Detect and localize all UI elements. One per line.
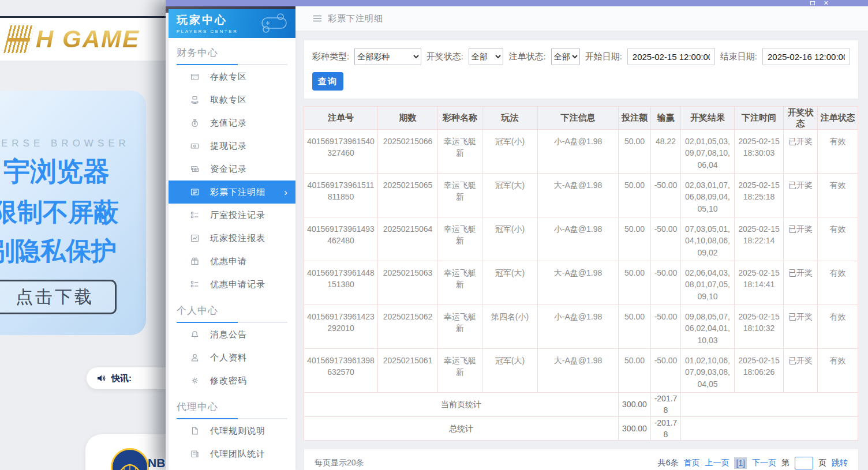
team-logo-icon bbox=[111, 448, 149, 470]
order-status-select[interactable]: 全部 bbox=[551, 48, 580, 65]
table-row: 40156917396149346248020250215064幸运飞艇新冠军(… bbox=[304, 217, 858, 261]
table-row: 40156917396142329201020250215062幸运飞艇新第四名… bbox=[304, 305, 858, 349]
table-cell: 20250215061 bbox=[378, 349, 438, 393]
lottery-type-select[interactable]: 全部彩种 bbox=[354, 48, 421, 65]
download-button[interactable]: 点击下载 bbox=[0, 280, 117, 314]
current-page: [1] bbox=[734, 457, 747, 469]
sidebar-item-代理规则说明[interactable]: 代理规则说明 bbox=[169, 419, 295, 442]
summary-win-loss: -201.78 bbox=[651, 393, 681, 417]
order-status-label: 注单状态: bbox=[508, 51, 545, 62]
column-header: 开奖结果 bbox=[681, 107, 735, 130]
table-cell: 02,03,01,07,06,08,09,04,05,10 bbox=[681, 174, 735, 217]
list-check-icon bbox=[189, 280, 200, 289]
sidebar-item-修改密码[interactable]: 修改密码 bbox=[169, 369, 295, 392]
sidebar-item-彩票下注明细[interactable]: 彩票下注明细› bbox=[169, 181, 295, 204]
table-cell: 2025-02-15 18:30:03 bbox=[735, 130, 784, 174]
table-cell: 已开奖 bbox=[784, 349, 818, 393]
deposit-card-icon bbox=[189, 72, 200, 81]
table-cell: 401569173961511811850 bbox=[304, 174, 378, 217]
banner-line2: 限制不屏蔽 bbox=[0, 195, 146, 230]
table-cell: -50.00 bbox=[651, 261, 681, 305]
list-icon bbox=[189, 187, 200, 197]
column-header: 下注时间 bbox=[735, 107, 784, 130]
draw-status-select[interactable]: 全部 bbox=[469, 48, 504, 65]
prev-page-link[interactable]: 上一页 bbox=[705, 458, 729, 468]
sidebar-item-个人资料[interactable]: 个人资料 bbox=[169, 346, 295, 369]
table-cell: 401569173961493462480 bbox=[304, 217, 378, 261]
start-date-input[interactable] bbox=[627, 48, 715, 65]
sidebar-item-取款专区[interactable]: 取款专区 bbox=[169, 88, 295, 111]
table-cell: 2025-02-15 18:22:14 bbox=[735, 217, 784, 261]
sidebar-item-label: 提现记录 bbox=[210, 141, 247, 152]
column-header: 开奖状态 bbox=[784, 107, 818, 130]
sidebar-header: 玩家中心 PLAYERS CENTER bbox=[169, 9, 295, 38]
table-cell: 50.00 bbox=[619, 349, 651, 393]
close-icon[interactable]: ✕ bbox=[824, 0, 829, 6]
table-cell: 2025-02-15 18:14:41 bbox=[735, 261, 784, 305]
column-header: 投注额 bbox=[619, 107, 651, 130]
table-cell: 401569173961398632570 bbox=[304, 349, 378, 393]
report-chart-icon bbox=[189, 234, 200, 243]
next-page-link[interactable]: 下一页 bbox=[752, 458, 776, 468]
sidebar-item-玩家投注报表[interactable]: 玩家投注报表 bbox=[169, 227, 295, 250]
table-header-row: 注单号期数彩种名称玩法下注信息投注额输赢开奖结果下注时间开奖状态注单状态 bbox=[304, 107, 858, 130]
table-row: 40156917396151181185020250215065幸运飞艇新冠军(… bbox=[304, 174, 858, 217]
sidebar-item-存款专区[interactable]: 存款专区 bbox=[169, 65, 295, 88]
table-cell: 有效 bbox=[818, 305, 858, 349]
sidebar-item-消息公告[interactable]: 消息公告 bbox=[169, 323, 295, 346]
column-header: 下注信息 bbox=[538, 107, 619, 130]
sidebar-item-label: 优惠申请记录 bbox=[210, 279, 265, 290]
first-page-link[interactable]: 首页 bbox=[683, 458, 699, 468]
table-cell: 幸运飞艇新 bbox=[438, 174, 482, 217]
column-header: 玩法 bbox=[482, 107, 538, 130]
sidebar-item-资金记录[interactable]: 资金记录 bbox=[169, 157, 295, 181]
main-area: 彩票下注明细 彩种类型: 全部彩种 开奖状态: 全部 注单状态: 全部 开始日期… bbox=[295, 6, 868, 470]
table-cell: 401569173961540327460 bbox=[304, 130, 378, 174]
query-button[interactable]: 查询 bbox=[312, 72, 343, 91]
promo-banner: ERSE BROWSER 宇浏览器 限制不屏蔽 别隐私保护 点击下载 bbox=[0, 91, 146, 335]
withdraw-hand-icon bbox=[189, 95, 200, 104]
sidebar-item-提现记录[interactable]: 提现记录 bbox=[169, 134, 295, 157]
sidebar-item-厅室投注记录[interactable]: 厅室投注记录 bbox=[169, 204, 295, 227]
banknote-icon bbox=[189, 141, 200, 151]
sidebar-item-充值记录[interactable]: 充值记录 bbox=[169, 111, 295, 134]
page-number-input[interactable] bbox=[795, 457, 813, 469]
table-cell: 幸运飞艇新 bbox=[438, 305, 482, 349]
news-icon bbox=[189, 449, 200, 458]
table-cell: 02,06,04,03,08,01,07,05,09,10 bbox=[681, 261, 735, 305]
table-cell: 2025-02-15 18:25:18 bbox=[735, 174, 784, 217]
sidebar-section-label: 代理中心 bbox=[169, 392, 295, 413]
summary-label: 总统计 bbox=[304, 416, 619, 441]
table-cell: 50.00 bbox=[619, 261, 651, 305]
table-cell: 冠军(大) bbox=[482, 349, 538, 393]
menu-toggle-icon[interactable] bbox=[313, 14, 322, 22]
start-date-label: 开始日期: bbox=[585, 51, 622, 62]
table-cell: 20250215066 bbox=[378, 130, 438, 174]
column-header: 输赢 bbox=[651, 107, 681, 130]
sidebar-item-代理团队统计[interactable]: 代理团队统计 bbox=[169, 442, 295, 465]
table-cell: 大-A盘@1.98 bbox=[538, 261, 619, 305]
table-cell: 2025-02-15 18:06:26 bbox=[735, 349, 784, 393]
sidebar-section-label: 个人中心 bbox=[169, 296, 295, 317]
table-cell: 有效 bbox=[818, 261, 858, 305]
column-header: 注单状态 bbox=[818, 107, 858, 130]
sidebar-item-label: 资金记录 bbox=[210, 164, 247, 175]
maximize-icon[interactable] bbox=[810, 1, 815, 5]
sidebar-item-label: 充值记录 bbox=[210, 118, 247, 129]
sidebar-item-label: 代理团队统计 bbox=[210, 449, 265, 460]
table-cell: 有效 bbox=[818, 217, 858, 261]
table-cell: 50.00 bbox=[619, 305, 651, 349]
end-date-input[interactable] bbox=[762, 48, 850, 65]
table-cell: 02,01,05,03,09,07,08,10,06,04 bbox=[681, 130, 735, 174]
table-cell: 已开奖 bbox=[784, 130, 818, 174]
pagination-bar: 每页显示20条 共6条 首页 上一页 [1] 下一页 第 页 跳转 bbox=[304, 449, 859, 470]
jump-button[interactable]: 跳转 bbox=[832, 458, 848, 468]
moneybag-icon bbox=[189, 118, 200, 127]
table-cell: 2025-02-15 18:10:32 bbox=[735, 305, 784, 349]
hhgame-logo-stripes bbox=[3, 25, 35, 53]
sidebar-item-优惠申请记录[interactable]: 优惠申请记录 bbox=[169, 273, 295, 296]
table-cell: 幸运飞艇新 bbox=[438, 130, 482, 174]
sidebar-item-优惠申请[interactable]: 优惠申请 bbox=[169, 250, 295, 273]
sidebar: 玩家中心 PLAYERS CENTER 财务中心存款专区取款专区充值记录提现记录… bbox=[169, 9, 295, 470]
chevron-right-icon: › bbox=[284, 187, 287, 197]
